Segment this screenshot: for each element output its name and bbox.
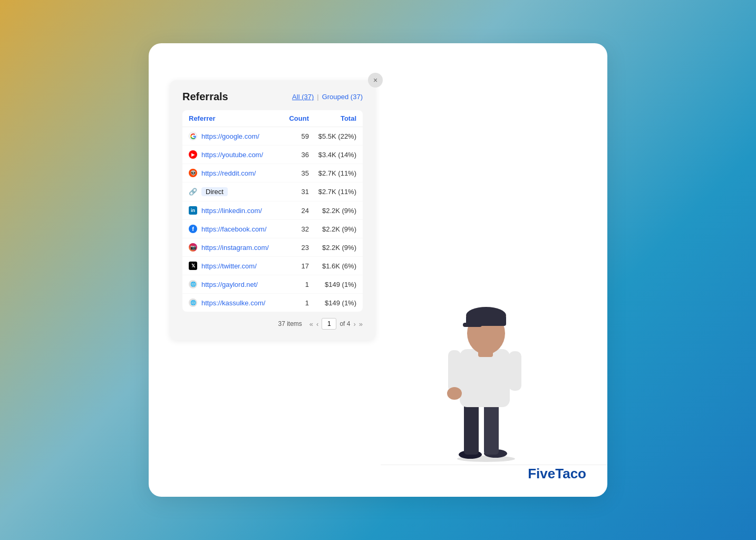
svg-rect-5	[460, 349, 510, 407]
table-header-row: Referrer Count Total	[182, 110, 363, 127]
filter-all-link[interactable]: All (37)	[292, 93, 314, 101]
ground-line	[381, 465, 607, 465]
instagram-icon: 📷	[189, 243, 197, 252]
fivetaco-brand: FiveTaco	[528, 466, 586, 482]
referrer-url-instagram[interactable]: https://instagram.com/	[201, 244, 269, 252]
referrer-url-youtube[interactable]: https://youtube.com/	[201, 151, 263, 159]
referrer-cell-direct: 🔗 Direct	[189, 187, 272, 196]
table-row: in https://linkedin.com/ 24 $2.2K (9%)	[182, 201, 363, 220]
referrer-url-gaylord[interactable]: https://gaylord.net/	[201, 281, 258, 288]
table-row: 𝕏 https://twitter.com/ 17 $1.6K (6%)	[182, 257, 363, 275]
modal-header: Referrals All (37) | Grouped (37)	[182, 91, 363, 103]
total-kassulke: $149 (1%)	[309, 299, 356, 307]
total-gaylord: $149 (1%)	[309, 281, 356, 288]
referrer-cell-twitter: 𝕏 https://twitter.com/	[189, 262, 272, 270]
col-total-header: Total	[309, 114, 356, 122]
referrer-url-linkedin[interactable]: https://linkedin.com/	[201, 207, 262, 215]
google-icon	[189, 132, 197, 140]
twitter-icon: 𝕏	[189, 262, 197, 270]
brand-part1: Five	[528, 466, 555, 481]
total-instagram: $2.2K (9%)	[309, 244, 356, 252]
prev-page-btn[interactable]: ‹	[316, 320, 318, 328]
total-youtube: $3.4K (14%)	[309, 151, 356, 159]
referrer-url-twitter[interactable]: https://twitter.com/	[201, 262, 257, 270]
items-count: 37 items	[278, 320, 302, 327]
first-page-btn[interactable]: «	[309, 320, 313, 328]
count-linkedin: 24	[272, 207, 309, 215]
table-row: 🌐 https://kassulke.com/ 1 $149 (1%)	[182, 294, 363, 312]
brand-part2: Taco	[555, 466, 586, 481]
referrer-cell-instagram: 📷 https://instagram.com/	[189, 243, 272, 252]
next-page-btn[interactable]: ›	[353, 320, 355, 328]
table-row: 🔗 Direct 31 $2.7K (11%)	[182, 182, 363, 201]
page-number-input[interactable]	[322, 318, 336, 330]
direct-icon: 🔗	[189, 188, 197, 196]
referrals-modal: × Referrals All (37) | Grouped (37) Refe…	[170, 80, 375, 340]
count-gaylord: 1	[272, 281, 309, 288]
illustration-area	[375, 64, 597, 476]
svg-rect-12	[463, 323, 482, 327]
svg-rect-3	[464, 402, 479, 455]
total-twitter: $1.6K (6%)	[309, 262, 356, 270]
gaylord-icon: 🌐	[189, 280, 197, 288]
total-direct: $2.7K (11%)	[309, 188, 356, 196]
total-linkedin: $2.2K (9%)	[309, 207, 356, 215]
referrer-cell-kassulke: 🌐 https://kassulke.com/	[189, 298, 272, 307]
col-count-header: Count	[272, 114, 309, 122]
referrals-table: Referrer Count Total https://google	[182, 110, 363, 312]
linkedin-icon: in	[189, 206, 197, 215]
count-twitter: 17	[272, 262, 309, 270]
close-button[interactable]: ×	[368, 73, 383, 88]
filter-grouped-link[interactable]: Grouped (37)	[322, 93, 363, 101]
referrer-cell-gaylord: 🌐 https://gaylord.net/	[189, 280, 272, 288]
referrer-cell-google: https://google.com/	[189, 132, 272, 140]
pagination: 37 items « ‹ of 4 › »	[182, 312, 363, 332]
col-referrer-header: Referrer	[189, 114, 272, 122]
referrer-cell-linkedin: in https://linkedin.com/	[189, 206, 272, 215]
count-reddit: 35	[272, 169, 309, 177]
table-row: 🌐 https://gaylord.net/ 1 $149 (1%)	[182, 275, 363, 294]
count-youtube: 36	[272, 151, 309, 159]
table-row: ▶ https://youtube.com/ 36 $3.4K (14%)	[182, 146, 363, 164]
person-illustration	[433, 286, 539, 465]
filter-links: All (37) | Grouped (37)	[292, 93, 363, 101]
referrer-url-facebook[interactable]: https://facebook.com/	[201, 225, 267, 233]
count-facebook: 32	[272, 225, 309, 233]
table-row: 👽 https://reddit.com/ 35 $2.7K (11%)	[182, 164, 363, 182]
count-direct: 31	[272, 188, 309, 196]
svg-point-7	[447, 387, 462, 400]
filter-divider: |	[317, 93, 318, 101]
table-row: https://google.com/ 59 $5.5K (22%)	[182, 127, 363, 146]
count-instagram: 23	[272, 244, 309, 252]
table-row: f https://facebook.com/ 32 $2.2K (9%)	[182, 220, 363, 238]
svg-rect-13	[478, 346, 493, 357]
last-page-btn[interactable]: »	[359, 320, 363, 328]
page-of-text: of 4	[340, 320, 350, 327]
count-google: 59	[272, 132, 309, 140]
facebook-icon: f	[189, 225, 197, 233]
youtube-icon: ▶	[189, 150, 197, 159]
referrer-cell-facebook: f https://facebook.com/	[189, 225, 272, 233]
referrer-url-kassulke[interactable]: https://kassulke.com/	[201, 299, 265, 307]
total-facebook: $2.2K (9%)	[309, 225, 356, 233]
referrer-url-reddit[interactable]: https://reddit.com/	[201, 169, 256, 177]
svg-rect-4	[484, 401, 499, 455]
kassulke-icon: 🌐	[189, 298, 197, 307]
svg-rect-8	[509, 351, 521, 391]
direct-label: Direct	[201, 187, 228, 196]
total-reddit: $2.7K (11%)	[309, 169, 356, 177]
count-kassulke: 1	[272, 299, 309, 307]
modal-title: Referrals	[182, 91, 228, 103]
main-card: × Referrals All (37) | Grouped (37) Refe…	[149, 43, 607, 497]
referrer-cell-reddit: 👽 https://reddit.com/	[189, 169, 272, 177]
reddit-icon: 👽	[189, 169, 197, 177]
total-google: $5.5K (22%)	[309, 132, 356, 140]
svg-rect-6	[448, 350, 461, 392]
referrer-cell-youtube: ▶ https://youtube.com/	[189, 150, 272, 159]
referrer-url-google[interactable]: https://google.com/	[201, 132, 259, 140]
table-row: 📷 https://instagram.com/ 23 $2.2K (9%)	[182, 238, 363, 257]
